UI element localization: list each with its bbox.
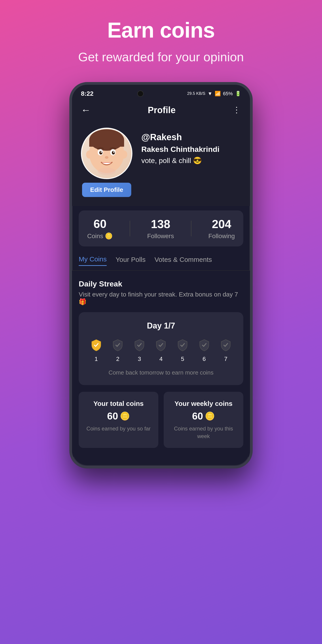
camera-dot: [137, 90, 144, 97]
phone-frame: 8:22 29.5 KB/S ▼ 📶 65% 🔋 ← Profile ⋮: [69, 82, 253, 468]
signal-icon: 📶: [215, 91, 221, 96]
svg-point-11: [121, 150, 127, 158]
streak-title: Daily Streak: [79, 280, 243, 288]
day-2-num: 2: [116, 356, 120, 362]
status-right: 29.5 KB/S ▼ 📶 65% 🔋: [187, 91, 241, 96]
nav-bar: ← Profile ⋮: [72, 100, 250, 121]
net-speed: 29.5 KB/S: [187, 91, 205, 96]
streak-day-5: 5: [175, 337, 190, 362]
hero-title: Earn coins: [107, 18, 215, 42]
avatar-container: Edit Profile: [81, 128, 132, 197]
content-area: Daily Streak Visit every day to finish y…: [72, 270, 250, 457]
tab-bar: My Coins Your Polls Votes & Comments: [72, 251, 250, 270]
coin-emoji-1: 🪙: [120, 412, 130, 421]
svg-rect-2: [89, 140, 124, 147]
stat-followers[interactable]: 138 Followers: [147, 217, 174, 240]
shield-icon-6: [196, 337, 212, 353]
following-label: Following: [208, 232, 235, 240]
svg-point-12: [98, 168, 116, 175]
streak-days-row: 1 2: [86, 337, 236, 362]
streak-day-1: 1: [88, 337, 104, 362]
shield-icon-5: [175, 337, 190, 353]
back-button[interactable]: ←: [81, 104, 91, 116]
profile-username: @Rakesh: [141, 132, 220, 142]
stat-coins[interactable]: 60 Coins 🪙: [87, 217, 113, 240]
status-center: [137, 90, 144, 97]
coins-value: 60: [94, 217, 106, 230]
streak-subtitle: Visit every day to finish your streak. E…: [79, 291, 243, 306]
streak-day-4: 4: [153, 337, 169, 362]
followers-label: Followers: [147, 232, 174, 240]
weekly-coins-value: 60 🪙: [192, 410, 215, 422]
streak-day-3: 3: [132, 337, 147, 362]
weekly-coins-card: Your weekly coins 60 🪙 Coins earned by y…: [164, 392, 243, 448]
day-3-num: 3: [138, 356, 141, 362]
daily-streak-section: Daily Streak Visit every day to finish y…: [79, 280, 243, 385]
day-1-num: 1: [94, 356, 98, 362]
profile-info: @Rakesh Rakesh Chinthakrindi vote, poll …: [141, 128, 220, 165]
coins-grid: Your total coins 60 🪙 Coins earned by yo…: [79, 392, 243, 448]
status-time: 8:22: [81, 90, 94, 97]
streak-card: Day 1/7 1: [79, 312, 243, 385]
shield-icon-3: [132, 337, 147, 353]
profile-bio: vote, poll & chill 😎: [141, 156, 220, 165]
battery-icon: 🔋: [235, 91, 241, 96]
svg-point-7: [100, 152, 102, 153]
avatar-svg: [84, 129, 129, 178]
nav-title: Profile: [91, 105, 232, 115]
status-bar: 8:22 29.5 KB/S ▼ 📶 65% 🔋: [72, 85, 250, 100]
day-7-num: 7: [224, 356, 227, 362]
shield-icon-7: [218, 337, 234, 353]
streak-day-6: 6: [196, 337, 212, 362]
stat-divider-1: [130, 221, 130, 236]
streak-day-7: 7: [218, 337, 234, 362]
svg-point-6: [112, 151, 115, 154]
total-coins-sub: Coins earned by you so far: [86, 425, 151, 432]
coin-emoji-2: 🪙: [205, 412, 215, 421]
svg-point-9: [105, 156, 108, 159]
weekly-coins-title: Your weekly coins: [174, 400, 232, 408]
phone-frame-wrapper: 8:22 29.5 KB/S ▼ 📶 65% 🔋 ← Profile ⋮: [69, 82, 253, 574]
streak-day-label: Day 1/7: [86, 321, 236, 330]
day-5-num: 5: [181, 356, 184, 362]
stats-card: 60 Coins 🪙 138 Followers 204 Following: [79, 210, 243, 246]
following-value: 204: [212, 217, 232, 231]
streak-day-2: 2: [110, 337, 126, 362]
stat-following[interactable]: 204 Following: [208, 217, 235, 240]
weekly-coins-sub: Coins earned by you this week: [169, 425, 238, 440]
day-6-num: 6: [202, 356, 206, 362]
streak-hint: Come back tomorrow to earn more coins: [86, 369, 236, 376]
tab-my-coins[interactable]: My Coins: [79, 255, 107, 266]
total-coins-value: 60 🪙: [107, 410, 130, 422]
svg-point-5: [99, 151, 102, 154]
profile-section: Edit Profile @Rakesh Rakesh Chinthakrind…: [72, 121, 250, 206]
svg-point-8: [113, 152, 114, 153]
stat-divider-2: [191, 221, 192, 236]
hero-subtitle: Get rewarded for your opinion: [78, 50, 244, 64]
battery-text: 65%: [223, 91, 233, 96]
tab-votes-comments[interactable]: Votes & Comments: [154, 256, 212, 266]
followers-value: 138: [151, 217, 170, 231]
shield-icon-1: [88, 337, 104, 353]
side-button-2: [252, 210, 253, 230]
coins-label: Coins 🪙: [87, 232, 113, 240]
day-4-num: 4: [160, 356, 162, 362]
total-coins-card: Your total coins 60 🪙 Coins earned by yo…: [79, 392, 158, 448]
more-button[interactable]: ⋮: [232, 105, 241, 115]
total-coins-title: Your total coins: [94, 400, 144, 408]
side-button-1: [252, 179, 253, 199]
shield-icon-4: [153, 337, 169, 353]
svg-point-10: [86, 150, 92, 158]
avatar: [81, 128, 132, 179]
shield-icon-2: [110, 337, 126, 353]
profile-fullname: Rakesh Chinthakrindi: [141, 145, 220, 154]
edit-profile-button[interactable]: Edit Profile: [82, 183, 131, 197]
wifi-icon: ▼: [208, 91, 212, 96]
tab-your-polls[interactable]: Your Polls: [116, 256, 146, 266]
